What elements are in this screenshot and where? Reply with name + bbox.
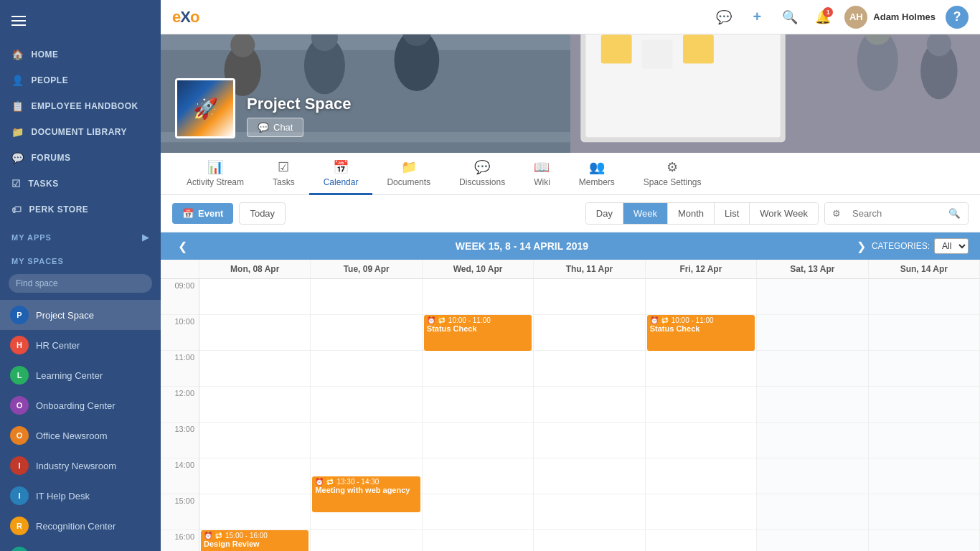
cal-cell[interactable] xyxy=(757,279,867,315)
filter-button[interactable]: ⚙ xyxy=(825,203,848,224)
cal-cell[interactable] xyxy=(869,530,979,551)
categories-select[interactable]: All xyxy=(934,238,969,254)
cal-cell[interactable] xyxy=(199,423,310,458)
cal-cell[interactable] xyxy=(534,315,644,351)
tab-members[interactable]: 👥 Members xyxy=(565,154,629,195)
cal-cell[interactable] xyxy=(646,387,756,423)
cal-cell[interactable] xyxy=(646,423,756,458)
view-day-button[interactable]: Day xyxy=(586,203,623,224)
cal-cell[interactable] xyxy=(869,423,979,458)
cal-cell[interactable] xyxy=(423,494,533,530)
calendar-event[interactable]: ⏰🔁15:00 - 16:00 Design Review xyxy=(201,530,308,551)
next-week-button[interactable]: ❯ xyxy=(851,240,872,253)
space-item-recognition-center[interactable]: R Recognition Center xyxy=(0,511,161,541)
view-week-button[interactable]: Week xyxy=(623,203,668,224)
cal-cell[interactable] xyxy=(199,494,310,530)
tab-documents[interactable]: 📁 Documents xyxy=(372,154,445,195)
cal-cell[interactable] xyxy=(869,494,979,530)
cal-cell[interactable] xyxy=(757,315,867,351)
cal-cell[interactable] xyxy=(646,494,756,530)
cal-cell[interactable] xyxy=(757,351,867,387)
cal-cell[interactable] xyxy=(534,458,644,494)
tab-tasks[interactable]: ☑ Tasks xyxy=(258,154,309,195)
cal-cell[interactable] xyxy=(311,530,421,551)
cal-cell[interactable] xyxy=(757,423,867,458)
add-icon[interactable]: + xyxy=(745,6,768,29)
space-item-office-newsroom[interactable]: O Office Newsroom xyxy=(0,420,161,451)
sidebar-item-employee-handbook[interactable]: 📋 EMPLOYEE HANDBOOK xyxy=(0,93,161,119)
cal-cell[interactable] xyxy=(311,423,421,458)
calendar-event[interactable]: ⏰🔁10:00 - 11:00 Status Check xyxy=(424,315,532,351)
today-button[interactable]: Today xyxy=(239,202,286,225)
tab-discussions[interactable]: 💬 Discussions xyxy=(445,154,519,195)
cal-cell[interactable] xyxy=(534,279,644,315)
cal-cell[interactable] xyxy=(423,387,533,423)
view-list-button[interactable]: List xyxy=(715,203,750,224)
space-item-project-space[interactable]: P Project Space xyxy=(0,300,161,330)
tab-wiki[interactable]: 📖 Wiki xyxy=(519,154,565,195)
cal-cell[interactable] xyxy=(646,530,756,551)
add-event-button[interactable]: 📅 Event xyxy=(172,203,233,224)
tab-activity-stream[interactable]: 📊 Activity Stream xyxy=(172,154,258,195)
cal-cell[interactable] xyxy=(646,351,756,387)
cal-cell[interactable] xyxy=(199,387,310,423)
chat-icon[interactable]: 💬 xyxy=(712,6,735,29)
cal-cell[interactable] xyxy=(423,279,533,315)
space-item-it-help-desk[interactable]: I IT Help Desk xyxy=(0,481,161,511)
user-menu[interactable]: AH Adam Holmes xyxy=(844,6,936,29)
hamburger-menu[interactable] xyxy=(11,13,26,29)
calendar-search-input[interactable] xyxy=(848,203,941,224)
space-item-learning-center[interactable]: L Learning Center xyxy=(0,360,161,390)
cal-cell[interactable] xyxy=(199,315,310,351)
prev-week-button[interactable]: ❮ xyxy=(172,240,193,253)
cal-cell[interactable] xyxy=(757,458,867,494)
cal-cell[interactable] xyxy=(199,458,310,494)
cal-cell[interactable] xyxy=(423,423,533,458)
cal-cell[interactable] xyxy=(311,279,421,315)
space-item-onboarding-center[interactable]: O Onboarding Center xyxy=(0,390,161,420)
cal-cell[interactable] xyxy=(534,351,644,387)
cal-cell[interactable] xyxy=(423,530,533,551)
cal-cell[interactable] xyxy=(646,279,756,315)
tab-calendar[interactable]: 📅 Calendar xyxy=(309,154,373,195)
cal-cell[interactable] xyxy=(311,387,421,423)
notifications-icon[interactable]: 🔔 1 xyxy=(811,6,834,29)
cal-cell[interactable] xyxy=(423,458,533,494)
search-submit-button[interactable]: 🔍 xyxy=(941,203,968,224)
cal-cell[interactable] xyxy=(311,315,421,351)
space-item-internal-job-board[interactable]: I Internal Job Board xyxy=(0,541,161,551)
cal-cell[interactable] xyxy=(757,530,867,551)
cal-cell[interactable] xyxy=(869,351,979,387)
sidebar-item-forums[interactable]: 💬 FORUMS xyxy=(0,145,161,171)
find-space-input[interactable] xyxy=(9,274,152,293)
tab-space-settings[interactable]: ⚙ Space Settings xyxy=(629,154,716,195)
cal-cell[interactable] xyxy=(199,279,310,315)
view-work-week-button[interactable]: Work Week xyxy=(750,203,818,224)
chat-button[interactable]: 💬 Chat xyxy=(247,118,303,137)
help-icon[interactable]: ? xyxy=(946,6,969,29)
view-month-button[interactable]: Month xyxy=(668,203,715,224)
search-icon[interactable]: 🔍 xyxy=(778,6,801,29)
cal-cell[interactable] xyxy=(534,494,644,530)
calendar-event[interactable]: ⏰🔁10:00 - 11:00 Status Check xyxy=(647,315,755,351)
cal-cell[interactable] xyxy=(423,351,533,387)
sidebar-item-document-library[interactable]: 📁 DOCUMENT LIBRARY xyxy=(0,119,161,145)
cal-cell[interactable] xyxy=(534,387,644,423)
cal-cell[interactable] xyxy=(869,387,979,423)
cal-cell[interactable] xyxy=(757,387,867,423)
cal-cell[interactable] xyxy=(869,279,979,315)
cal-cell[interactable] xyxy=(311,351,421,387)
space-item-hr-center[interactable]: H HR Center xyxy=(0,330,161,360)
space-item-industry-newsroom[interactable]: I Industry Newsroom xyxy=(0,451,161,481)
cal-cell[interactable] xyxy=(534,423,644,458)
cal-cell[interactable] xyxy=(869,315,979,351)
cal-cell[interactable] xyxy=(534,530,644,551)
cal-cell[interactable] xyxy=(199,351,310,387)
sidebar-item-perk-store[interactable]: 🏷 PERK STORE xyxy=(0,197,161,222)
sidebar-item-tasks[interactable]: ☑ TASKS xyxy=(0,171,161,197)
cal-cell[interactable] xyxy=(869,458,979,494)
my-apps-arrow[interactable]: ▶ xyxy=(142,232,149,242)
calendar-event[interactable]: ⏰🔁13:30 - 14:30 Meeting with web agency xyxy=(312,476,420,512)
sidebar-item-people[interactable]: 👤 PEOPLE xyxy=(0,67,161,93)
sidebar-item-home[interactable]: 🏠 HOME xyxy=(0,42,161,67)
